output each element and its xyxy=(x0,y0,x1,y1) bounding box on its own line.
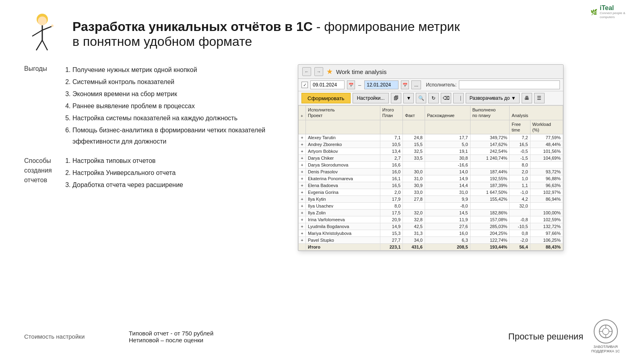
svg-line-3 xyxy=(32,30,42,36)
settings-button[interactable]: Настройки... xyxy=(353,93,389,103)
free-cell: -10,5 xyxy=(510,223,530,230)
expand-cell[interactable]: + xyxy=(299,189,306,196)
vipoln-cell: 349,72% xyxy=(470,134,510,141)
expand-cell[interactable]: + xyxy=(299,175,306,182)
copy-icon-button[interactable]: 🗐 xyxy=(391,93,401,103)
methods-list: Настройка типовых отчетов Настройка Унив… xyxy=(64,155,183,191)
search-button[interactable]: 🔍 xyxy=(416,93,426,103)
table-row: +Irina Varfolomeeva20,932,811,9157,08%-0… xyxy=(299,216,563,223)
list-item: Помощь бизнес-аналитика в формировании ч… xyxy=(72,125,282,147)
expand-cell[interactable]: + xyxy=(299,141,306,148)
vipoln-cell: 192,55% xyxy=(470,175,510,182)
name-cell: Ekaterina Ponomareva xyxy=(306,175,380,182)
name-cell: Andrey Zborenko xyxy=(306,141,380,148)
rasch-cell: 27,6 xyxy=(425,223,470,230)
expand-cell[interactable]: + xyxy=(299,134,306,141)
expand-cell[interactable]: + xyxy=(299,182,306,189)
date-separator: – xyxy=(357,82,362,88)
table-row: +Ilya Zolin17,532,014,5182,86%100,00% xyxy=(299,210,563,216)
print-button[interactable]: 🖶 xyxy=(522,93,532,103)
vipoln-cell xyxy=(470,203,510,210)
support-circle-icon xyxy=(594,319,618,343)
rasch-cell: 14,9 xyxy=(425,175,470,182)
fact-cell: 30,0 xyxy=(403,169,425,175)
table-row: +Ekaterina Ponomareva16,131,014,9192,55%… xyxy=(299,175,563,182)
col1-button[interactable]: ⌫ xyxy=(441,93,451,103)
cost-line1: Типовой отчет - от 750 рублей xyxy=(129,330,213,337)
fact-cell: 15,5 xyxy=(403,141,425,148)
name-cell: Alexey Tarutin xyxy=(306,134,380,141)
menu-button[interactable]: ☰ xyxy=(534,93,545,103)
vipoln-cell: 1 647,50% xyxy=(470,189,510,196)
simple-solutions-area: Простые решения ЗАБОТЛИВАЯПОДДЕРЖКА 1С xyxy=(508,319,620,354)
work-cell xyxy=(530,162,563,169)
table-header-row: + ИсполнительПроект ИтогоПлан Факт Расхо… xyxy=(299,106,563,120)
expand-cell[interactable]: + xyxy=(299,196,306,203)
window-frame: ← → ★ Work time analysis ✓ 09.01.2024 📅 … xyxy=(298,64,564,251)
refresh-button[interactable]: ↻ xyxy=(428,93,439,103)
date-to-cal-button[interactable]: 📅 xyxy=(401,80,409,89)
expand-cell[interactable]: + xyxy=(299,148,306,155)
back-button[interactable]: ← xyxy=(302,67,311,76)
free-cell: 7,2 xyxy=(510,134,530,141)
date-from-cal-button[interactable]: 📅 xyxy=(347,80,355,89)
col2-button[interactable]: ⎹ xyxy=(453,93,464,103)
expand-cell[interactable]: + xyxy=(299,169,306,175)
vipoln-cell: 285,03% xyxy=(470,223,510,230)
name-cell: Darya Chiker xyxy=(306,155,380,162)
free-cell: 0,8 xyxy=(510,230,530,237)
date-from-value: 09.01.2024 xyxy=(313,82,337,88)
col-rasch: Расхождение xyxy=(425,106,470,120)
itogo-cell: 27,7 xyxy=(380,237,403,244)
table-row: +Ilya Kytin17,927,89,9155,42%4,286,94% xyxy=(299,196,563,203)
mascot xyxy=(24,12,60,56)
expand-cell[interactable]: + xyxy=(299,237,306,244)
more-button[interactable]: ... xyxy=(411,80,421,89)
expand-cell[interactable]: + xyxy=(299,162,306,169)
expand-cell[interactable]: + xyxy=(299,210,306,216)
total-label: Итого xyxy=(306,244,380,251)
col-itogo: ИтогоПлан xyxy=(380,106,403,120)
date-checkbox[interactable]: ✓ xyxy=(301,82,308,88)
free-cell: 1,1 xyxy=(510,182,530,189)
benefits-label: Выгоды xyxy=(24,65,60,148)
rasch-cell: 5,0 xyxy=(425,141,470,148)
expand-cell[interactable]: + xyxy=(299,216,306,223)
expand-cell[interactable]: + xyxy=(299,203,306,210)
logo-brand: iTeal xyxy=(600,5,636,11)
work-cell: 93,72% xyxy=(530,169,563,175)
vipoln-cell: 204,25% xyxy=(470,230,510,237)
dropdown-icon-button[interactable]: ▼ xyxy=(403,93,414,103)
col-executor-sub xyxy=(306,120,380,134)
header-section: Разработка уникальных отчётов в 1С - фор… xyxy=(0,0,644,60)
table-row: +Lyudmila Bogdanova14,942,527,6285,03%-1… xyxy=(299,223,563,230)
date-from-input[interactable]: 09.01.2024 xyxy=(310,80,345,89)
logo-area: 🌿 iTeal Connect people & computers xyxy=(590,5,636,20)
svg-point-1 xyxy=(38,16,47,25)
fact-cell: 24,8 xyxy=(403,134,425,141)
table-subheader-row: Freetime Workload(%) xyxy=(299,120,563,134)
fact-cell: 32,8 xyxy=(403,216,425,223)
table-row: +Alexey Tarutin7,124,817,7349,72%7,277,5… xyxy=(299,134,563,141)
ispolnitel-label: Исполнитель: xyxy=(426,82,456,88)
svg-point-7 xyxy=(51,25,54,27)
benefits-list: Получение нужных метрик одной кнопкой Си… xyxy=(64,64,282,148)
rasch-cell: 31,0 xyxy=(425,189,470,196)
name-cell: Elena Badoeva xyxy=(306,182,380,189)
name-cell: Irina Varfolomeeva xyxy=(306,216,380,223)
col-itogo-sub xyxy=(380,120,403,134)
expand-cell[interactable]: + xyxy=(299,155,306,162)
expand-cell[interactable]: + xyxy=(299,230,306,237)
ispolnitel-input[interactable] xyxy=(459,80,560,89)
total-work: 88,43% xyxy=(530,244,563,251)
svg-line-5 xyxy=(36,40,42,50)
table-row: +Andrey Zborenko10,515,55,0147,62%16,548… xyxy=(299,141,563,148)
sform-button[interactable]: Сформировать xyxy=(301,93,351,103)
itogo-cell: 16,6 xyxy=(380,162,403,169)
date-to-input[interactable]: 12.01.2024 xyxy=(364,80,398,89)
cost-line2: Нетиповой – после оценки xyxy=(129,337,213,343)
free-cell: -0,8 xyxy=(510,216,530,223)
razv-button[interactable]: Разворачивать до ▼ xyxy=(466,93,519,103)
expand-cell[interactable]: + xyxy=(299,223,306,230)
forward-button[interactable]: → xyxy=(314,67,323,76)
